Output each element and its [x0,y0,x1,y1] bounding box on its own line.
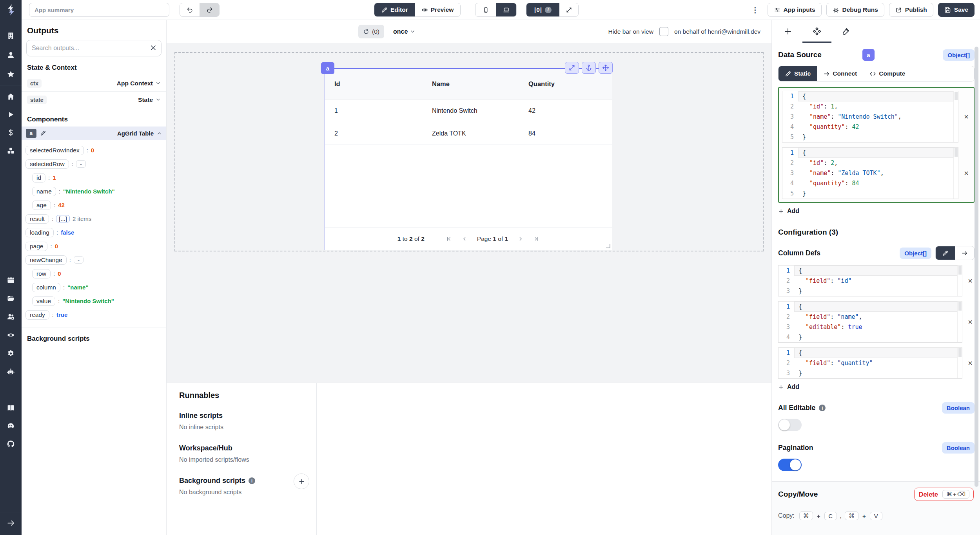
prop-key[interactable]: newChange [25,255,67,265]
remove-item-icon[interactable]: × [966,359,975,368]
column-def-json-editor-2[interactable]: 1234{ "field": "name", "editable": true} [778,301,962,343]
styling-tab[interactable] [831,20,860,43]
app-canvas[interactable]: a IdNameQuantity 1Nintendo Switch422Zeld… [167,44,771,383]
insert-tab[interactable] [773,20,802,43]
prop-key[interactable]: row [32,269,51,278]
play-icon[interactable] [3,108,19,120]
book-icon[interactable] [3,402,19,414]
first-page-icon[interactable] [446,236,452,242]
context-row-ctx[interactable]: ctxApp Context [22,75,166,92]
delete-component-button[interactable]: Delete ⌘+⌫ [914,488,974,501]
debug-runs-button[interactable]: Debug Runs [826,3,884,17]
home-icon[interactable] [3,90,19,102]
app-summary-input[interactable] [29,3,169,17]
expand-component-button[interactable] [565,62,579,74]
remove-item-icon[interactable]: × [962,169,971,178]
prop-collapsed[interactable]: - [76,160,86,168]
app-inputs-button[interactable]: App inputs [768,3,822,17]
windmill-logo[interactable] [4,3,18,16]
add-data-source-item-button[interactable]: Add [778,208,799,215]
aggrid-table-component[interactable]: a IdNameQuantity 1Nintendo Switch422Zeld… [325,68,612,250]
search-outputs-input[interactable] [26,40,162,56]
cubes-icon[interactable] [3,145,19,156]
fullscreen-button[interactable] [559,3,578,16]
prop-key[interactable]: value [32,296,55,306]
mobile-view-button[interactable] [475,3,496,16]
schedule-dropdown[interactable]: once [393,25,415,38]
resize-handle[interactable] [606,244,610,248]
robot-icon[interactable] [3,366,19,378]
object-type-badge[interactable]: Object[] [900,248,931,259]
prop-key[interactable]: ready [25,310,49,320]
preview-tab[interactable]: Preview [415,3,461,16]
all-editable-toggle[interactable] [778,419,802,431]
object-type-badge[interactable]: Object[] [943,49,975,61]
prop-key[interactable]: result [25,214,49,224]
folder-icon[interactable] [3,292,19,304]
publish-button[interactable]: Publish [889,3,933,17]
settings-tab[interactable] [802,20,831,43]
prop-collapsed[interactable]: - [74,256,83,264]
pagination-toggle[interactable] [778,459,802,471]
github-icon[interactable] [3,438,19,450]
prop-array[interactable]: [...] [56,215,70,222]
column-header-id[interactable]: Id [334,80,432,88]
component-header[interactable]: a AgGrid Table [22,127,166,140]
data-source-json-editor-2[interactable]: 12345{ "id": 2, "name": "Zelda TOTK", "q… [782,147,958,199]
user-icon[interactable] [3,49,19,61]
static-mode-button[interactable] [936,246,955,260]
boolean-type-badge[interactable]: Boolean [942,442,975,454]
prop-key[interactable]: selectedRow [25,159,69,169]
remove-item-icon[interactable]: × [966,277,975,286]
boolean-type-badge[interactable]: Boolean [942,402,975,414]
outputs-toggle-button[interactable]: |0|i [526,3,559,16]
table-row[interactable]: 2Zelda TOTK84 [325,122,612,145]
star-icon[interactable] [3,68,19,80]
anchor-component-button[interactable] [582,62,596,74]
prop-key[interactable]: page [25,242,47,251]
connect-mode-button[interactable] [955,246,974,260]
static-mode-button[interactable]: Static [779,66,817,81]
prop-key[interactable]: name [32,187,56,196]
column-def-json-editor-1[interactable]: 123{ "field": "id"} [778,265,962,296]
add-column-def-button[interactable]: Add [778,383,799,390]
building-icon[interactable] [3,30,19,42]
desktop-view-button[interactable] [496,3,516,16]
next-page-icon[interactable] [517,236,524,242]
remove-item-icon[interactable]: × [966,318,975,327]
collapse-arrow-icon[interactable] [3,517,19,529]
undo-button[interactable] [180,3,200,16]
component-id-badge[interactable]: a [862,49,875,61]
compute-mode-button[interactable]: Compute [863,66,911,81]
more-menu-button[interactable]: ⋮ [751,5,760,14]
dollar-icon[interactable] [3,127,19,138]
context-row-state[interactable]: stateState [22,92,166,108]
prop-key[interactable]: selectedRowIndex [25,146,84,155]
move-component-button[interactable] [599,62,613,74]
table-row[interactable]: 1Nintendo Switch42 [325,99,612,122]
editor-tab[interactable]: Editor [374,3,415,16]
chevron-up-icon[interactable] [157,131,162,136]
column-header-quantity[interactable]: Quantity [528,80,603,88]
prop-key[interactable]: loading [25,228,54,237]
edit-id-icon[interactable] [40,130,46,136]
prop-key[interactable]: column [32,283,60,292]
connect-mode-button[interactable]: Connect [817,66,863,81]
data-source-json-editor-1[interactable]: 12345{ "id": 1, "name": "Nintendo Switch… [782,91,958,143]
users-gear-icon[interactable] [3,311,19,322]
clear-search-icon[interactable] [149,44,157,52]
prev-page-icon[interactable] [461,236,468,242]
scrollbar-thumb[interactable] [975,47,978,487]
calendar-icon[interactable] [3,274,19,286]
prop-key[interactable]: age [32,201,51,210]
add-background-script-button[interactable] [294,474,309,489]
prop-key[interactable]: id [32,173,45,183]
discord-icon[interactable] [3,420,19,432]
gear-icon[interactable] [3,347,19,359]
column-def-json-editor-3[interactable]: 123{ "field": "quantity"} [778,347,962,379]
column-header-name[interactable]: Name [432,80,528,88]
component-badge[interactable]: a [321,62,334,74]
redo-button[interactable] [200,3,219,16]
save-button[interactable]: Save [938,3,975,17]
eye-icon[interactable] [3,329,19,341]
